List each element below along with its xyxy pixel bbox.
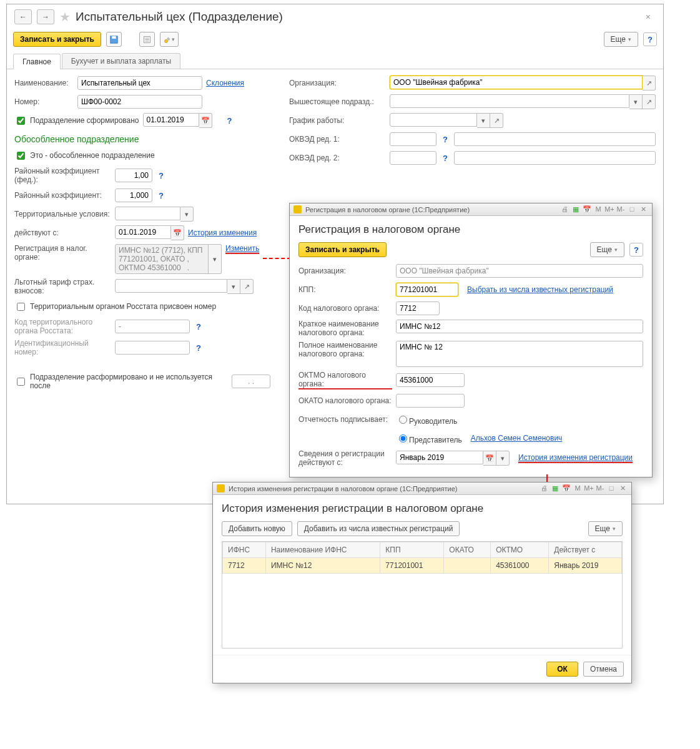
hist-more-button[interactable]: Еще ▾	[588, 521, 623, 536]
parent-open[interactable]: ↗	[643, 94, 656, 109]
help-formed[interactable]: ?	[225, 114, 235, 127]
reg-save-close-button[interactable]: Записать и закрыть	[298, 242, 387, 257]
valid-from-input[interactable]	[115, 225, 171, 239]
m-button[interactable]: M	[573, 484, 583, 492]
okved2-input[interactable]	[390, 151, 436, 165]
rep-link[interactable]: Альхов Семен Семенович	[471, 434, 563, 443]
coef-fed-label: Районный коэффициент (фед.):	[14, 167, 111, 184]
calendar-icon[interactable]: 📅	[582, 205, 592, 213]
disbanded-checkbox[interactable]: Подразделение расформировано и не исполь…	[14, 373, 228, 390]
close-icon[interactable]: ✕	[638, 205, 648, 213]
save-close-button[interactable]: Записать и закрыть	[13, 32, 101, 47]
schedule-input[interactable]	[390, 113, 477, 127]
m-button[interactable]: M	[593, 205, 603, 213]
change-link[interactable]: Изменить	[225, 244, 259, 254]
sign-rep-radio[interactable]: Представитель	[396, 433, 462, 444]
reg-short-input[interactable]	[396, 320, 643, 333]
tariff-dropdown[interactable]: ▾	[227, 279, 240, 294]
help-okved2[interactable]: ?	[440, 151, 450, 165]
org-input[interactable]	[390, 76, 643, 89]
print-icon[interactable]: 🖨	[539, 484, 549, 492]
okved1-input[interactable]	[390, 132, 436, 146]
taxreg-dropdown[interactable]: ▾	[209, 244, 222, 274]
reg-code-input[interactable]	[396, 301, 440, 315]
m-minus-button[interactable]: M-	[616, 205, 626, 213]
reg-valid-input[interactable]	[396, 451, 483, 464]
col-oktmo[interactable]: ОКТМО	[491, 542, 549, 558]
reg-more-button[interactable]: Еще ▾	[590, 242, 624, 257]
number-input[interactable]	[77, 95, 202, 109]
org-open[interactable]: ↗	[643, 76, 656, 91]
maximize-icon[interactable]: □	[627, 205, 637, 213]
add-new-button[interactable]: Добавить новую	[222, 521, 292, 536]
calendar-icon[interactable]: 📅	[199, 113, 212, 128]
reg-kpp-input[interactable]	[396, 283, 458, 296]
reg-full-input[interactable]	[396, 341, 643, 367]
okved2-desc[interactable]	[454, 151, 656, 165]
close-icon[interactable]: ✕	[618, 484, 628, 492]
formed-date-input[interactable]	[143, 113, 199, 127]
coef-fed-input[interactable]	[115, 169, 152, 182]
separate-checkbox[interactable]: Это - обособленное подразделение	[14, 150, 155, 162]
maximize-icon[interactable]: □	[606, 484, 616, 492]
declension-link[interactable]: Склонения	[206, 79, 244, 87]
spin-icon[interactable]: ▾	[496, 451, 510, 466]
schedule-dropdown[interactable]: ▾	[477, 113, 490, 128]
tariff-open[interactable]: ↗	[240, 279, 254, 294]
help-okved1[interactable]: ?	[440, 132, 450, 146]
help-coef[interactable]: ?	[156, 188, 166, 202]
col-valid[interactable]: Действует с	[549, 542, 622, 558]
m-minus-button[interactable]: M-	[595, 484, 605, 492]
nav-fwd-button[interactable]: →	[37, 9, 54, 24]
history-link[interactable]: История изменения	[188, 228, 257, 237]
rosstat-checkbox[interactable]: Территориальным органом Росстата присвое…	[14, 301, 216, 313]
help-button[interactable]: ?	[643, 32, 657, 46]
list-icon-button[interactable]	[139, 32, 155, 47]
sign-leader-radio[interactable]: Руководитель	[396, 414, 457, 426]
terr-dropdown[interactable]: ▾	[180, 207, 194, 222]
known-reg-link[interactable]: Выбрать из числа известных регистраций	[467, 285, 613, 294]
schedule-open[interactable]: ↗	[490, 113, 503, 128]
history-table[interactable]: ИФНС Наименование ИФНС КПП ОКАТО ОКТМО Д…	[222, 542, 622, 574]
formed-checkbox[interactable]: Подразделение сформировано	[14, 115, 139, 127]
reg-okato-input[interactable]	[396, 394, 465, 408]
grid-icon[interactable]: ▦	[550, 484, 560, 492]
terr-input[interactable]	[115, 207, 180, 220]
close-icon[interactable]: ×	[646, 12, 656, 22]
okved1-desc[interactable]	[454, 132, 656, 146]
reg-help-button[interactable]: ?	[629, 243, 643, 257]
help-coef-fed[interactable]: ?	[156, 169, 166, 182]
print-icon[interactable]: 🖨	[560, 205, 569, 213]
tab-payroll[interactable]: Бухучет и выплата зарплаты	[62, 53, 180, 69]
ok-button[interactable]: ОК	[546, 662, 578, 677]
nav-back-button[interactable]: ←	[14, 9, 32, 24]
col-okato[interactable]: ОКАТО	[444, 542, 491, 558]
help-ident[interactable]: ?	[194, 341, 204, 355]
ident-input[interactable]	[115, 341, 190, 355]
tab-main[interactable]: Главное	[13, 54, 61, 69]
col-name[interactable]: Наименование ИФНС	[265, 542, 380, 558]
col-ifns[interactable]: ИФНС	[223, 542, 266, 558]
col-kpp[interactable]: КПП	[380, 542, 444, 558]
help-rosstat[interactable]: ?	[194, 320, 204, 333]
star-icon[interactable]: ★	[59, 9, 71, 24]
grid-icon[interactable]: ▦	[571, 205, 581, 213]
calendar-icon[interactable]: 📅	[483, 451, 496, 466]
reg-history-link[interactable]: История изменения регистрации	[518, 453, 633, 463]
tariff-input[interactable]	[115, 279, 227, 293]
calendar-icon[interactable]: 📅	[561, 484, 571, 492]
save-icon-button[interactable]	[106, 32, 122, 47]
more-button[interactable]: Еще ▾	[604, 32, 638, 47]
table-row[interactable]: 7712 ИМНС №12 771201001 45361000 Январь …	[223, 558, 622, 574]
reg-oktmo-input[interactable]	[396, 373, 465, 387]
parent-input[interactable]	[390, 94, 629, 108]
attach-button[interactable]: ▾	[160, 32, 179, 47]
m-plus-button[interactable]: M+	[584, 484, 594, 492]
parent-dropdown[interactable]: ▾	[629, 94, 643, 109]
calendar-icon[interactable]: 📅	[171, 225, 184, 240]
name-input[interactable]	[77, 76, 202, 90]
coef-input[interactable]	[115, 188, 152, 202]
add-known-button[interactable]: Добавить из числа известных регистраций	[297, 521, 460, 536]
m-plus-button[interactable]: M+	[604, 205, 614, 213]
cancel-button[interactable]: Отмена	[583, 662, 624, 677]
